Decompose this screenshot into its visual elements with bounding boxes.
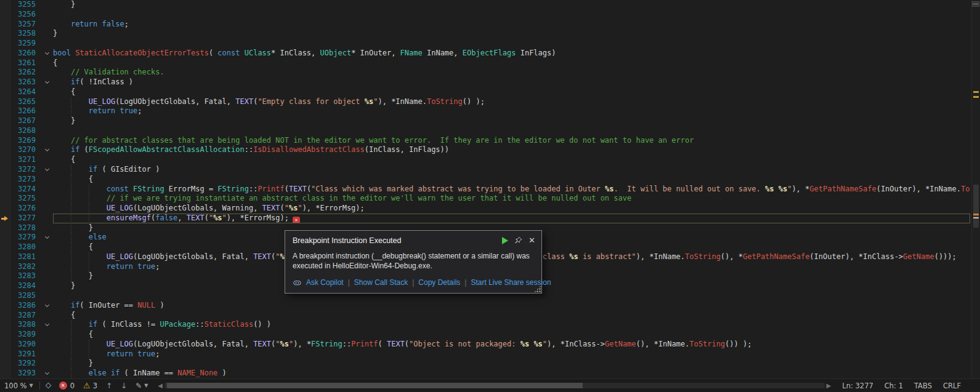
code-line-3272[interactable]: 3272 if ( GIsEditor )	[0, 165, 980, 175]
code-text[interactable]	[53, 126, 970, 136]
code-line-3261[interactable]: 3261{	[0, 58, 980, 68]
code-text[interactable]: {	[53, 155, 970, 165]
line-number[interactable]: 3293	[11, 369, 36, 378]
code-text[interactable]: if ( InClass != UPackage::StaticClass() …	[53, 320, 970, 330]
breakpoint-margin[interactable]	[0, 78, 11, 87]
breakpoint-margin[interactable]	[0, 58, 11, 68]
code-line-3259[interactable]: 3259	[0, 39, 980, 49]
code-text[interactable]: {	[53, 175, 970, 185]
fold-chevron-icon[interactable]	[36, 301, 53, 311]
breakpoint-margin[interactable]	[0, 262, 11, 272]
line-number[interactable]: 3263	[11, 78, 36, 87]
breakpoint-margin[interactable]	[0, 106, 11, 116]
code-text[interactable]: if ( GIsEditor )	[53, 165, 970, 175]
breakpoint-margin[interactable]	[0, 116, 11, 126]
line-number[interactable]: 3274	[11, 185, 36, 194]
code-text[interactable]: }	[53, 116, 970, 126]
fold-chevron-icon[interactable]	[36, 320, 53, 330]
breakpoint-margin[interactable]	[0, 340, 11, 350]
code-text[interactable]	[53, 39, 970, 49]
code-text[interactable]: {	[53, 330, 970, 340]
breakpoint-margin[interactable]	[0, 233, 11, 242]
code-text[interactable]: {	[53, 87, 970, 97]
breakpoint-margin[interactable]	[0, 126, 11, 136]
next-issue-button[interactable]: ↓	[121, 382, 127, 390]
error-indicator[interactable]: ✕ 0	[59, 382, 75, 390]
horizontal-scrollbar[interactable]: ◀ ▶	[156, 382, 833, 389]
code-line-3274[interactable]: 3274 const FString ErrorMsg = FString::P…	[0, 185, 980, 194]
line-number[interactable]: 3290	[11, 340, 36, 350]
breakpoint-margin[interactable]	[0, 39, 11, 49]
breakpoint-margin[interactable]	[0, 87, 11, 97]
line-number[interactable]: 3256	[11, 10, 36, 20]
code-line-3288[interactable]: 3288 if ( InClass != UPackage::StaticCla…	[0, 320, 980, 330]
breakpoint-margin[interactable]	[0, 10, 11, 20]
breakpoint-margin[interactable]	[0, 369, 11, 378]
code-text[interactable]: ensureMsgf(false, TEXT("%s"), *ErrorMsg)…	[53, 214, 970, 223]
line-number[interactable]: 3269	[11, 136, 36, 146]
line-number[interactable]: 3265	[11, 97, 36, 107]
line-number[interactable]: 3271	[11, 155, 36, 165]
line-ending-indicator[interactable]: CRLF	[943, 382, 961, 390]
breakpoint-margin[interactable]	[0, 97, 11, 107]
breakpoint-margin[interactable]	[0, 155, 11, 165]
code-text[interactable]: UE_LOG(LogUObjectGlobals, Fatal, TEXT("%…	[53, 340, 970, 350]
breakpoint-margin[interactable]	[0, 301, 11, 311]
code-line-3287[interactable]: 3287 {	[0, 311, 980, 321]
code-text[interactable]: // if we are trying instantiate an abstr…	[53, 194, 970, 204]
line-number[interactable]: 3261	[11, 58, 36, 68]
code-text[interactable]: if( InOuter == NULL )	[53, 301, 970, 311]
breakpoint-margin[interactable]	[0, 291, 11, 301]
line-number[interactable]: 3291	[11, 350, 36, 359]
breakpoint-margin[interactable]	[0, 204, 11, 214]
code-line-3292[interactable]: 3292 }	[0, 359, 980, 369]
line-number[interactable]: 3288	[11, 320, 36, 330]
line-number[interactable]: 3283	[11, 271, 36, 281]
horizontal-scrollbar-track[interactable]	[164, 383, 825, 388]
line-number[interactable]: 3285	[11, 291, 36, 301]
fold-chevron-icon[interactable]	[36, 165, 53, 175]
line-number[interactable]: 3287	[11, 311, 36, 321]
ask-copilot-link[interactable]: Ask Copilot	[306, 278, 344, 287]
breakpoint-margin[interactable]	[0, 20, 11, 30]
breakpoint-margin[interactable]	[0, 185, 11, 194]
line-number[interactable]: 3270	[11, 145, 36, 155]
code-line-3257[interactable]: 3257 return false;	[0, 20, 980, 30]
line-number[interactable]: 3279	[11, 233, 36, 242]
line-number[interactable]: 3260	[11, 49, 36, 58]
breakpoint-margin[interactable]	[0, 223, 11, 233]
code-cleanup-button[interactable]: ✎ ▼	[136, 382, 148, 390]
line-number[interactable]: 3282	[11, 262, 36, 272]
code-line-3265[interactable]: 3265 UE_LOG(LogUObjectGlobals, Fatal, TE…	[0, 97, 980, 107]
breakpoint-margin[interactable]	[0, 214, 11, 223]
copy-details-link[interactable]: Copy Details	[418, 278, 460, 287]
column-indicator[interactable]: Ch: 1	[885, 382, 903, 390]
code-text[interactable]	[53, 10, 970, 20]
breakpoint-margin[interactable]	[0, 311, 11, 321]
prev-issue-button[interactable]: ↑	[106, 382, 112, 390]
code-line-3262[interactable]: 3262 // Validation checks.	[0, 68, 980, 78]
line-number[interactable]: 3292	[11, 359, 36, 369]
line-number[interactable]: 3286	[11, 301, 36, 311]
line-number[interactable]: 3277	[11, 214, 36, 223]
code-text[interactable]: UE_LOG(LogUObjectGlobals, Fatal, TEXT("E…	[53, 97, 970, 107]
tabs-mode-indicator[interactable]: TABS	[914, 382, 932, 390]
code-text[interactable]: else if ( InName == NAME_None )	[53, 369, 970, 378]
fold-chevron-icon[interactable]	[36, 145, 53, 155]
line-number[interactable]: 3273	[11, 175, 36, 185]
code-line-3270[interactable]: 3270 if (FScopedAllowAbstractClassAlloca…	[0, 145, 980, 155]
line-number[interactable]: 3275	[11, 194, 36, 204]
scrollbar-thumb[interactable]	[973, 185, 979, 228]
code-text[interactable]: const FString ErrorMsg = FString::Printf…	[53, 185, 970, 194]
line-number[interactable]: 3280	[11, 242, 36, 252]
zoom-control[interactable]: 100 % ▼	[4, 382, 33, 390]
continue-button[interactable]	[502, 237, 508, 244]
pin-button[interactable]	[514, 236, 522, 244]
code-text[interactable]: return true;	[53, 106, 970, 116]
vertical-scrollbar[interactable]	[971, 0, 980, 378]
code-line-3291[interactable]: 3291 return true;	[0, 350, 980, 359]
breakpoint-margin[interactable]	[0, 252, 11, 262]
code-line-3264[interactable]: 3264 {	[0, 87, 980, 97]
breakpoint-margin[interactable]	[0, 242, 11, 252]
sync-view-button[interactable]	[46, 383, 51, 388]
